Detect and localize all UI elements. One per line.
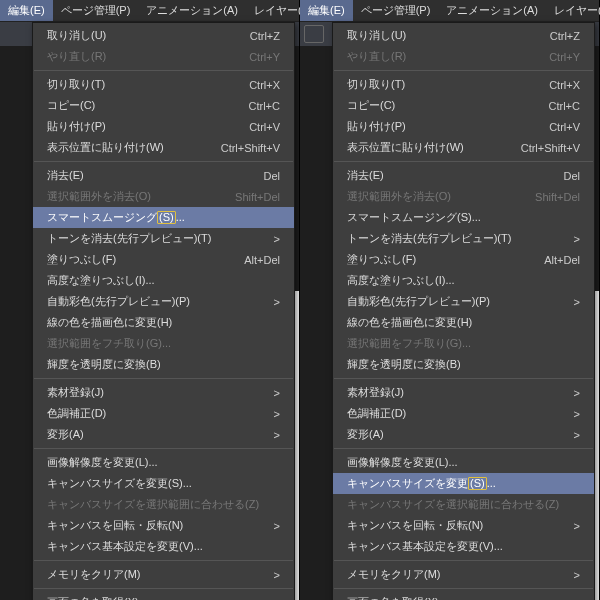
menu-layer[interactable]: レイヤー(L) xyxy=(546,0,600,21)
clear-memory-item[interactable]: メモリをクリア(M)> xyxy=(33,564,294,585)
separator xyxy=(34,448,293,449)
undo-item[interactable]: 取り消し(U)Ctrl+Z xyxy=(333,25,594,46)
chevron-right-icon: > xyxy=(274,296,280,308)
redo-item[interactable]: やり直し(R)Ctrl+Y xyxy=(33,46,294,67)
chevron-right-icon: > xyxy=(274,520,280,532)
copy-item[interactable]: コピー(C)Ctrl+C xyxy=(333,95,594,116)
separator xyxy=(334,560,593,561)
undo-item[interactable]: 取り消し(U)Ctrl+Z xyxy=(33,25,294,46)
erase-outside-item[interactable]: 選択範囲外を消去(O)Shift+Del xyxy=(333,186,594,207)
canvas-settings-item[interactable]: キャンバス基本設定を変更(V)... xyxy=(333,536,594,557)
menu-animation[interactable]: アニメーション(A) xyxy=(138,0,246,21)
get-screen-color-item[interactable]: 画面の色を取得(X)... xyxy=(33,592,294,600)
paste-item[interactable]: 貼り付け(P)Ctrl+V xyxy=(33,116,294,137)
chevron-right-icon: > xyxy=(274,569,280,581)
hotkey-highlight: (S) xyxy=(157,211,176,224)
line-to-draw-color-item[interactable]: 線の色を描画色に変更(H) xyxy=(33,312,294,333)
paste-at-item[interactable]: 表示位置に貼り付け(W)Ctrl+Shift+V xyxy=(333,137,594,158)
smart-smoothing-item[interactable]: スマートスムージング(S)... xyxy=(333,207,594,228)
rotate-flip-item[interactable]: キャンバスを回転・反転(N)> xyxy=(33,515,294,536)
chevron-right-icon: > xyxy=(574,408,580,420)
menu-edit[interactable]: 編集(E) xyxy=(0,0,53,21)
rotate-flip-item[interactable]: キャンバスを回転・反転(N)> xyxy=(333,515,594,536)
menu-page[interactable]: ページ管理(P) xyxy=(53,0,139,21)
separator xyxy=(34,560,293,561)
redo-item[interactable]: やり直し(R)Ctrl+Y xyxy=(333,46,594,67)
canvas-size-item[interactable]: キャンバスサイズを変更(S)... xyxy=(33,473,294,494)
remove-tones-item[interactable]: トーンを消去(先行プレビュー)(T)> xyxy=(333,228,594,249)
toolbar-icon[interactable] xyxy=(304,25,324,43)
advanced-fill-item[interactable]: 高度な塗りつぶし(I)... xyxy=(33,270,294,291)
menu-edit[interactable]: 編集(E) xyxy=(300,0,353,21)
hotkey-highlight: (S) xyxy=(468,477,487,490)
menubar: 編集(E) ページ管理(P) アニメーション(A) レイヤー(L) xyxy=(300,0,599,22)
chevron-right-icon: > xyxy=(274,429,280,441)
change-resolution-item[interactable]: 画像解像度を変更(L)... xyxy=(33,452,294,473)
edit-dropdown: 取り消し(U)Ctrl+Z やり直し(R)Ctrl+Y 切り取り(T)Ctrl+… xyxy=(332,22,595,600)
separator xyxy=(334,448,593,449)
separator xyxy=(34,378,293,379)
copy-item[interactable]: コピー(C)Ctrl+C xyxy=(33,95,294,116)
smart-smoothing-item[interactable]: スマートスムージング(S)... xyxy=(33,207,294,228)
tonal-correction-item[interactable]: 色調補正(D)> xyxy=(33,403,294,424)
paste-at-item[interactable]: 表示位置に貼り付け(W)Ctrl+Shift+V xyxy=(33,137,294,158)
transform-item[interactable]: 変形(A)> xyxy=(333,424,594,445)
selection-outline-item[interactable]: 選択範囲をフチ取り(G)... xyxy=(333,333,594,354)
separator xyxy=(34,588,293,589)
advanced-fill-item[interactable]: 高度な塗りつぶし(I)... xyxy=(333,270,594,291)
chevron-right-icon: > xyxy=(274,408,280,420)
chevron-right-icon: > xyxy=(574,387,580,399)
selection-outline-item[interactable]: 選択範囲をフチ取り(G)... xyxy=(33,333,294,354)
menu-animation[interactable]: アニメーション(A) xyxy=(438,0,546,21)
cut-item[interactable]: 切り取り(T)Ctrl+X xyxy=(333,74,594,95)
remove-tones-item[interactable]: トーンを消去(先行プレビュー)(T)> xyxy=(33,228,294,249)
separator xyxy=(334,161,593,162)
separator xyxy=(334,588,593,589)
chevron-right-icon: > xyxy=(274,387,280,399)
cut-item[interactable]: 切り取り(T)Ctrl+X xyxy=(33,74,294,95)
line-to-draw-color-item[interactable]: 線の色を描画色に変更(H) xyxy=(333,312,594,333)
paste-item[interactable]: 貼り付け(P)Ctrl+V xyxy=(333,116,594,137)
transform-item[interactable]: 変形(A)> xyxy=(33,424,294,445)
fit-canvas-item[interactable]: キャンバスサイズを選択範囲に合わせる(Z) xyxy=(33,494,294,515)
right-panel: 編集(E) ページ管理(P) アニメーション(A) レイヤー(L) 取り消し(U… xyxy=(300,0,600,600)
luminance-to-alpha-item[interactable]: 輝度を透明度に変換(B) xyxy=(333,354,594,375)
separator xyxy=(34,70,293,71)
chevron-right-icon: > xyxy=(574,429,580,441)
separator xyxy=(334,378,593,379)
clear-memory-item[interactable]: メモリをクリア(M)> xyxy=(333,564,594,585)
fill-item[interactable]: 塗りつぶし(F)Alt+Del xyxy=(333,249,594,270)
material-register-item[interactable]: 素材登録(J)> xyxy=(333,382,594,403)
chevron-right-icon: > xyxy=(574,569,580,581)
chevron-right-icon: > xyxy=(574,296,580,308)
material-register-item[interactable]: 素材登録(J)> xyxy=(33,382,294,403)
menu-page[interactable]: ページ管理(P) xyxy=(353,0,439,21)
erase-item[interactable]: 消去(E)Del xyxy=(333,165,594,186)
edit-dropdown: 取り消し(U)Ctrl+Z やり直し(R)Ctrl+Y 切り取り(T)Ctrl+… xyxy=(32,22,295,600)
luminance-to-alpha-item[interactable]: 輝度を透明度に変換(B) xyxy=(33,354,294,375)
menubar: 編集(E) ページ管理(P) アニメーション(A) レイヤー(L) xyxy=(0,0,299,22)
fill-item[interactable]: 塗りつぶし(F)Alt+Del xyxy=(33,249,294,270)
separator xyxy=(334,70,593,71)
change-resolution-item[interactable]: 画像解像度を変更(L)... xyxy=(333,452,594,473)
canvas-size-label: キャンバスサイズを変更(S)... xyxy=(347,476,580,491)
get-screen-color-item[interactable]: 画面の色を取得(X)... xyxy=(333,592,594,600)
chevron-right-icon: > xyxy=(274,233,280,245)
auto-color-item[interactable]: 自動彩色(先行プレビュー)(P)> xyxy=(333,291,594,312)
erase-outside-item[interactable]: 選択範囲外を消去(O)Shift+Del xyxy=(33,186,294,207)
chevron-right-icon: > xyxy=(574,520,580,532)
auto-color-item[interactable]: 自動彩色(先行プレビュー)(P)> xyxy=(33,291,294,312)
fit-canvas-item[interactable]: キャンバスサイズを選択範囲に合わせる(Z) xyxy=(333,494,594,515)
tonal-correction-item[interactable]: 色調補正(D)> xyxy=(333,403,594,424)
canvas-size-item[interactable]: キャンバスサイズを変更(S)... xyxy=(333,473,594,494)
erase-item[interactable]: 消去(E)Del xyxy=(33,165,294,186)
smart-smoothing-label: スマートスムージング(S)... xyxy=(47,210,280,225)
left-panel: 編集(E) ページ管理(P) アニメーション(A) レイヤー(L) 取り消し(U… xyxy=(0,0,300,600)
chevron-right-icon: > xyxy=(574,233,580,245)
canvas-settings-item[interactable]: キャンバス基本設定を変更(V)... xyxy=(33,536,294,557)
separator xyxy=(34,161,293,162)
